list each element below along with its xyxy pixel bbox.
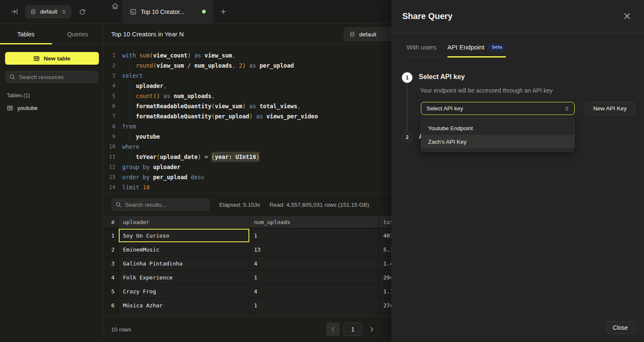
line-number: 1 <box>104 50 122 60</box>
row-number: 4 <box>104 271 119 285</box>
step-2-badge: 2 <box>402 132 412 142</box>
chevron-updown-icon <box>62 9 66 14</box>
topbar-left: default <box>0 0 104 23</box>
row-number: 6 <box>104 298 119 312</box>
row-number: 1 <box>104 229 119 243</box>
cell-uploader[interactable]: EminemMusic <box>119 243 250 257</box>
row-number: 2 <box>104 243 119 257</box>
step-1-badge: 1 <box>402 72 412 83</box>
elapsed-time: Elapsed: 5.153s <box>219 202 260 208</box>
tab-with-users[interactable]: With users <box>407 44 437 57</box>
sidebar-tabs: TablesQueries <box>0 24 104 44</box>
row-number: 5 <box>104 285 119 298</box>
beta-badge: beta <box>488 44 506 51</box>
query-tab-label: Top 10 Creator... <box>141 8 198 15</box>
chevron-updown-icon <box>565 106 569 111</box>
database-icon <box>349 31 355 37</box>
new-api-key-button[interactable]: New API Key <box>585 102 635 115</box>
share-query-panel: Share Query With usersAPI Endpointbeta 1… <box>391 0 644 342</box>
line-number: 8 <box>104 121 122 131</box>
column-header-num-uploads[interactable]: num_uploads <box>250 216 379 229</box>
topbar-database-value: default <box>40 8 57 15</box>
line-number: 6 <box>104 101 122 111</box>
column-header-uploader[interactable]: uploader <box>119 216 250 229</box>
line-number: 13 <box>104 172 122 182</box>
editor-database-value: default <box>359 31 377 38</box>
line-number: 3 <box>104 71 122 81</box>
share-panel-title: Share Query <box>402 11 621 21</box>
indent-guide <box>122 131 136 142</box>
cell-num-uploads[interactable]: 1 <box>250 229 379 243</box>
sidebar-search-placeholder: Search resources <box>19 74 64 80</box>
row-count: 10 rows <box>111 326 131 333</box>
indent-guide <box>122 81 136 91</box>
line-number: 12 <box>104 162 122 172</box>
api-key-option-youtube-endpoint[interactable]: Youtube Endpoint <box>421 121 574 135</box>
cell-uploader[interactable]: Crazy Frog <box>119 285 250 298</box>
step-1-title: Select API key <box>419 73 465 81</box>
api-key-select-value: Select API key <box>426 105 565 112</box>
sidebar: TablesQueries New table Search resources… <box>0 24 104 342</box>
tab-api-endpoint[interactable]: API Endpointbeta <box>448 44 506 57</box>
close-button[interactable]: Close <box>606 321 635 334</box>
new-table-label: New table <box>44 55 70 62</box>
search-results-input[interactable]: Search results... <box>111 198 210 211</box>
indent-guide <box>122 60 136 71</box>
close-icon[interactable] <box>621 10 633 22</box>
table-icon <box>7 105 13 111</box>
cell-uploader[interactable]: Música Azhar <box>119 298 250 312</box>
sidebar-item-youtube[interactable]: youtube <box>0 102 104 114</box>
database-icon <box>30 9 36 15</box>
indent-guide <box>122 152 136 162</box>
cell-uploader[interactable]: Galinha Pintadinha <box>119 257 250 271</box>
query-tab[interactable]: Top 10 Creator... <box>123 0 213 23</box>
step-connector-line <box>407 84 407 131</box>
sidebar-search-input[interactable]: Search resources <box>5 71 98 83</box>
query-title: Top 10 Creators in Year N <box>111 30 184 38</box>
line-number: 4 <box>104 81 122 91</box>
cell-num-uploads[interactable]: 13 <box>250 243 379 257</box>
column-header--[interactable]: # <box>104 216 119 229</box>
cell-uploader[interactable]: Folk Experience <box>119 271 250 285</box>
new-table-button[interactable]: New table <box>5 52 99 65</box>
search-icon <box>9 74 15 80</box>
sidebar-tab-queries[interactable]: Queries <box>52 24 104 44</box>
terminal-icon <box>130 8 136 15</box>
line-number: 2 <box>104 60 122 71</box>
indent-guide <box>122 101 136 111</box>
share-panel-tabs: With usersAPI Endpointbeta <box>407 44 506 57</box>
indent-guide <box>122 111 136 121</box>
prev-page-button[interactable] <box>326 323 340 336</box>
api-key-option-zach-s-api-key[interactable]: Zach's API Key <box>421 135 574 148</box>
line-number: 5 <box>104 91 122 101</box>
line-number: 10 <box>104 142 122 152</box>
search-icon <box>115 202 121 208</box>
cell-num-uploads[interactable]: 4 <box>250 257 379 271</box>
api-key-select[interactable]: Select API key <box>421 102 575 115</box>
line-number: 14 <box>104 182 122 192</box>
cell-num-uploads[interactable]: 1 <box>250 271 379 285</box>
collapse-sidebar-icon[interactable] <box>8 6 20 18</box>
refresh-icon[interactable] <box>76 6 88 18</box>
line-number: 9 <box>104 131 122 142</box>
indent-guide <box>122 91 136 101</box>
pagination: 1 <box>326 323 378 336</box>
search-results-placeholder: Search results... <box>125 202 166 208</box>
next-page-button[interactable] <box>366 323 378 336</box>
step-1-description: Your endpoint will be accessed through a… <box>420 87 553 94</box>
new-tab-plus-icon[interactable] <box>213 0 233 23</box>
line-number: 7 <box>104 111 122 121</box>
row-number: 3 <box>104 257 119 271</box>
cell-num-uploads[interactable]: 4 <box>250 285 379 298</box>
cell-num-uploads[interactable]: 1 <box>250 298 379 312</box>
topbar-database-select[interactable]: default <box>25 5 71 19</box>
rows-read: Read: 4,557,605,031 rows (151.15 GB) <box>270 202 369 208</box>
cell-uploader[interactable]: Soy Un Curioso <box>119 229 250 243</box>
table-icon <box>33 55 40 62</box>
page-number-button[interactable]: 1 <box>344 323 362 336</box>
line-number: 11 <box>104 152 122 162</box>
home-icon[interactable] <box>107 0 123 12</box>
tables-section-title: Tables (1) <box>7 93 97 98</box>
sidebar-tab-tables[interactable]: Tables <box>0 24 52 44</box>
api-key-dropdown-menu: Youtube EndpointZach's API Key <box>421 118 575 152</box>
